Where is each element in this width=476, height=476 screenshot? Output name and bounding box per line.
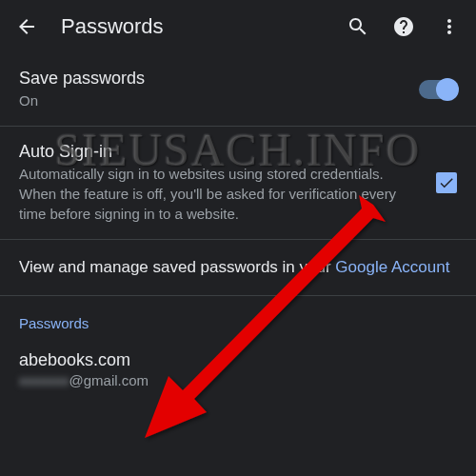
help-icon[interactable] <box>392 15 415 38</box>
auto-signin-title: Auto Sign-in <box>19 142 421 162</box>
google-account-link[interactable]: Google Account <box>335 258 449 276</box>
auto-signin-row[interactable]: Auto Sign-in Automatically sign in to we… <box>0 127 476 240</box>
auto-signin-checkbox[interactable] <box>436 172 457 193</box>
save-passwords-status: On <box>19 90 419 110</box>
more-icon[interactable] <box>438 15 461 38</box>
page-title: Passwords <box>61 14 164 39</box>
save-passwords-row[interactable]: Save passwords On <box>0 53 476 127</box>
passwords-section-header: Passwords <box>0 296 476 339</box>
manage-link-text: View and manage saved passwords in your <box>19 258 335 276</box>
back-icon[interactable] <box>15 15 38 38</box>
save-passwords-toggle[interactable] <box>419 80 457 99</box>
search-icon[interactable] <box>347 15 369 38</box>
password-list-item[interactable]: abebooks.com xxxxxxx@gmail.com <box>0 339 476 400</box>
auto-signin-description: Automatically sign in to websites using … <box>19 164 421 224</box>
password-email: xxxxxxx@gmail.com <box>19 372 457 388</box>
password-site: abebooks.com <box>19 350 457 370</box>
manage-passwords-link[interactable]: View and manage saved passwords in your … <box>0 240 476 296</box>
save-passwords-title: Save passwords <box>19 69 419 89</box>
